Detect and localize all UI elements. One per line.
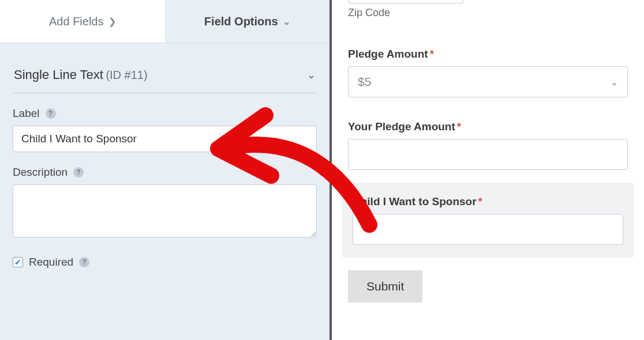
submit-button[interactable]: Submit: [348, 270, 422, 303]
field-type-header[interactable]: Single Line Text (ID #11) ⌄: [13, 56, 317, 93]
chevron-down-icon: ⌄: [283, 16, 290, 27]
zip-sublabel: Zip Code: [348, 7, 628, 19]
chevron-down-icon: ⌄: [307, 69, 316, 81]
required-asterisk: *: [478, 195, 482, 207]
description-group: Description ?: [13, 166, 317, 240]
chevron-down-icon: ⌄: [611, 77, 618, 88]
help-icon[interactable]: ?: [73, 167, 84, 177]
label-text: Label: [13, 107, 40, 120]
field-options-panel: Add Fields ❯ Field Options ⌄ Single Line…: [0, 0, 332, 340]
form-preview: Zip Code Pledge Amount* $5 ⌄ Your Pledge…: [332, 0, 644, 340]
panel-tabs: Add Fields ❯ Field Options ⌄: [0, 0, 330, 43]
your-pledge-field: Your Pledge Amount*: [348, 120, 628, 170]
required-row: Required ?: [13, 256, 317, 269]
label-text: Pledge Amount: [348, 48, 428, 60]
label-input[interactable]: [13, 126, 317, 152]
label-row: Label ?: [13, 107, 317, 120]
tab-field-options[interactable]: Field Options ⌄: [165, 0, 330, 43]
label-text: Your Pledge Amount: [348, 120, 455, 133]
required-checkbox[interactable]: [13, 257, 23, 267]
help-icon[interactable]: ?: [79, 257, 89, 267]
tab-add-fields[interactable]: Add Fields ❯: [0, 0, 165, 43]
label-text: Child I Want to Sponsor: [353, 195, 477, 207]
tab-label: Field Options: [204, 15, 278, 28]
pledge-amount-field: Pledge Amount* $5 ⌄: [348, 48, 628, 97]
pledge-amount-select[interactable]: $5 ⌄: [348, 66, 628, 97]
field-id: (ID #11): [106, 69, 147, 81]
help-icon[interactable]: ?: [46, 108, 56, 119]
field-title-wrapper: Single Line Text (ID #11): [14, 67, 148, 82]
selected-field-block[interactable]: Child I Want to Sponsor*: [342, 183, 634, 258]
label-group: Label ?: [13, 107, 317, 152]
required-asterisk: *: [430, 48, 434, 60]
select-value: $5: [358, 75, 371, 89]
child-sponsor-input[interactable]: [353, 214, 623, 245]
chevron-right-icon: ❯: [108, 16, 116, 27]
zip-field: Zip Code: [348, 0, 628, 19]
tab-label: Add Fields: [49, 15, 104, 28]
description-label-row: Description ?: [13, 166, 317, 179]
required-asterisk: *: [457, 120, 461, 133]
field-label: Child I Want to Sponsor*: [353, 195, 623, 208]
required-label: Required: [29, 256, 73, 269]
your-pledge-input[interactable]: [348, 139, 628, 170]
field-label: Pledge Amount*: [348, 48, 628, 61]
field-type-title: Single Line Text: [14, 67, 103, 82]
panel-body: Single Line Text (ID #11) ⌄ Label ? Desc…: [0, 43, 330, 281]
field-label: Your Pledge Amount*: [348, 120, 628, 133]
description-input[interactable]: [13, 184, 317, 237]
zip-input[interactable]: [348, 0, 463, 3]
label-text: Description: [13, 166, 68, 179]
